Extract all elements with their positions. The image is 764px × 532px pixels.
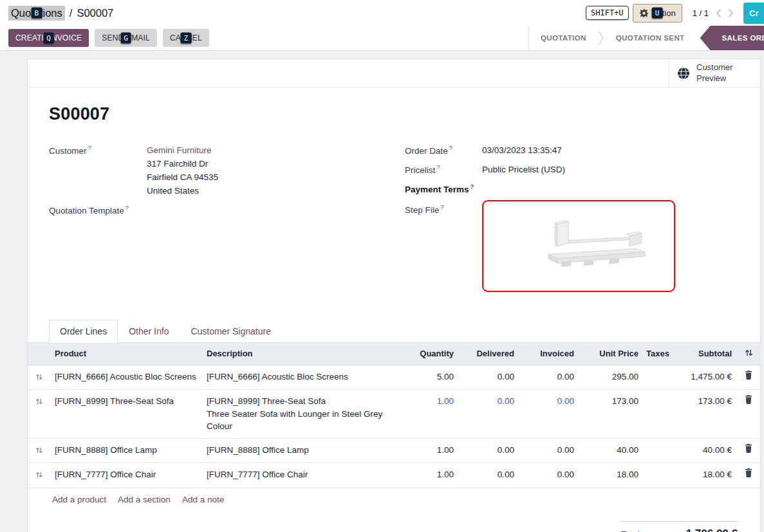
- cell-quantity[interactable]: 1.00: [400, 438, 458, 463]
- cell-product[interactable]: [FURN_8888] Office Lamp: [51, 438, 203, 463]
- delete-line-button[interactable]: [736, 463, 761, 488]
- cell-invoiced: 0.00: [518, 390, 578, 439]
- send-email-button[interactable]: SEND EMAIL G: [95, 29, 157, 47]
- globe-icon: [677, 67, 690, 80]
- customer-address-line2: Fairfield CA 94535: [147, 170, 218, 184]
- quotation-template-field-label: Quotation Template?: [49, 203, 129, 216]
- pager-next-button[interactable]: [725, 8, 737, 18]
- field-payment-terms: Payment Terms?: [405, 182, 739, 194]
- sheet-footer: Terms and conditions... Total: 1,706.00 …: [28, 512, 760, 532]
- drag-handle-icon[interactable]: [28, 438, 51, 463]
- cell-delivered: 0.00: [458, 365, 518, 390]
- cell-delivered: 0.00: [458, 463, 518, 488]
- kbd-hint-send-email: G: [120, 33, 131, 44]
- delete-line-button[interactable]: [736, 365, 761, 390]
- list-footer-links: Add a product Add a section Add a note: [28, 488, 760, 512]
- cell-taxes[interactable]: [642, 463, 671, 488]
- kbd-hint-action: U: [652, 8, 663, 19]
- add-a-product-link[interactable]: Add a product: [52, 495, 106, 504]
- form-fields: Customer? Gemini Furniture 317 Fairchild…: [49, 143, 739, 298]
- header-quantity: Quantity: [400, 343, 458, 365]
- cell-description[interactable]: [FURN_6666] Acoustic Bloc Screens: [203, 365, 400, 390]
- order-line-row: [FURN_7777] Office Chair [FURN_7777] Off…: [28, 463, 761, 488]
- control-panel: CREATE INVOICE Q SEND EMAIL G CANCEL Z Q…: [0, 26, 764, 51]
- field-customer: Customer? Gemini Furniture 317 Fairchild…: [49, 143, 405, 197]
- terms-and-conditions-placeholder[interactable]: Terms and conditions...: [49, 521, 138, 532]
- add-a-note-link[interactable]: Add a note: [182, 495, 224, 504]
- field-pricelist: Pricelist? Public Pricelist (USD): [405, 163, 739, 176]
- stage-quotation[interactable]: QUOTATION: [529, 26, 598, 50]
- cancel-button[interactable]: CANCEL Z: [163, 29, 209, 47]
- corner-create-button[interactable]: Cr: [743, 3, 764, 24]
- order-line-row: [FURN_8888] Office Lamp [FURN_8888] Offi…: [28, 438, 761, 463]
- record-title: S00007: [49, 104, 739, 124]
- breadcrumb: Quotations B / S00007: [8, 6, 113, 21]
- cell-product[interactable]: [FURN_8999] Three-Seat Sofa: [51, 390, 203, 439]
- cell-unit-price[interactable]: 295.00: [578, 365, 642, 390]
- cell-product[interactable]: [FURN_7777] Office Chair: [51, 463, 203, 488]
- field-step-file: Step File?: [405, 203, 739, 292]
- drag-handle-icon[interactable]: [28, 365, 51, 390]
- create-invoice-button[interactable]: CREATE INVOICE Q: [8, 29, 89, 47]
- help-marker: ?: [440, 203, 443, 210]
- form-sheet: Customer Preview S00007 Customer? Gemini…: [27, 59, 761, 532]
- cell-quantity[interactable]: 1.00: [400, 390, 458, 439]
- delete-line-button[interactable]: [736, 390, 761, 439]
- cell-unit-price[interactable]: 40.00: [578, 438, 642, 463]
- add-a-section-link[interactable]: Add a section: [118, 495, 171, 504]
- notebook-tabs: Order Lines Other Info Customer Signatur…: [28, 320, 760, 343]
- stage-quotation-sent[interactable]: QUOTATION SENT: [604, 26, 696, 50]
- customer-preview-button[interactable]: Customer Preview: [669, 59, 760, 87]
- kbd-hint-breadcrumb: B: [32, 8, 42, 19]
- drag-handle-icon[interactable]: [28, 463, 51, 488]
- cell-description[interactable]: [FURN_8999] Three-Seat Sofa Three Seater…: [203, 390, 400, 439]
- shortcut-badge: SHIFT+U: [586, 6, 629, 20]
- order-line-row: [FURN_6666] Acoustic Bloc Screens [FURN_…: [28, 365, 761, 390]
- order-date-field-label: Order Date?: [405, 143, 482, 157]
- pager-previous-button[interactable]: [713, 8, 725, 18]
- customer-link[interactable]: Gemini Furniture: [147, 143, 218, 157]
- breadcrumb-quotations-link[interactable]: Quotations B: [8, 6, 65, 21]
- chevron-left-icon: [716, 8, 722, 18]
- cell-subtotal: 18.00 €: [671, 463, 736, 488]
- stage-sales-order[interactable]: SALES ORDER: [700, 26, 764, 50]
- header-product: Product: [51, 343, 203, 365]
- cell-description[interactable]: [FURN_8888] Office Lamp: [203, 438, 400, 463]
- cell-description[interactable]: [FURN_7777] Office Chair: [203, 463, 400, 488]
- cell-unit-price[interactable]: 173.00: [578, 390, 642, 439]
- tab-other-info[interactable]: Other Info: [118, 320, 180, 343]
- pricelist-field-label: Pricelist?: [405, 163, 482, 176]
- total-label: Total:: [621, 529, 642, 532]
- customer-address-line3: United States: [147, 184, 218, 197]
- cell-product[interactable]: [FURN_6666] Acoustic Bloc Screens: [51, 365, 203, 390]
- statusbar: QUOTATION QUOTATION SENT SALES ORDER: [528, 26, 764, 50]
- pricelist-value[interactable]: Public Pricelist (USD): [482, 163, 565, 176]
- drag-handle-icon[interactable]: [28, 390, 51, 439]
- breadcrumb-bar: Quotations B / S00007 SHIFT+U Action U 1…: [0, 0, 764, 26]
- customer-address-line1: 317 Fairchild Dr: [147, 157, 218, 170]
- cell-taxes[interactable]: [642, 438, 671, 463]
- cell-quantity[interactable]: 1.00: [400, 463, 458, 488]
- record-action-buttons: CREATE INVOICE Q SEND EMAIL G CANCEL Z: [0, 26, 209, 50]
- order-line-row: [FURN_8999] Three-Seat Sofa [FURN_8999] …: [28, 390, 761, 439]
- help-marker: ?: [126, 204, 129, 211]
- header-delivered: Delivered: [458, 343, 518, 365]
- delete-line-button[interactable]: [736, 438, 761, 463]
- cell-quantity[interactable]: 5.00: [400, 365, 458, 390]
- step-file-image-field[interactable]: [482, 200, 675, 292]
- help-marker: ?: [449, 144, 452, 151]
- order-date-value[interactable]: 03/03/2023 13:35:47: [482, 143, 562, 157]
- help-marker: ?: [471, 183, 474, 190]
- cell-taxes[interactable]: [642, 365, 671, 390]
- optional-columns-icon[interactable]: [736, 343, 761, 365]
- button-box: Customer Preview: [28, 59, 760, 87]
- cell-delivered: 0.00: [458, 438, 518, 463]
- tab-customer-signature[interactable]: Customer Signature: [180, 320, 282, 343]
- cell-taxes[interactable]: [642, 390, 671, 439]
- cell-unit-price[interactable]: 18.00: [578, 463, 642, 488]
- header-taxes: Taxes: [642, 343, 671, 365]
- gear-icon: [639, 8, 649, 18]
- tab-order-lines[interactable]: Order Lines: [49, 320, 118, 343]
- stage-separator-icon: [598, 26, 604, 50]
- action-menu-button[interactable]: Action U: [633, 4, 682, 23]
